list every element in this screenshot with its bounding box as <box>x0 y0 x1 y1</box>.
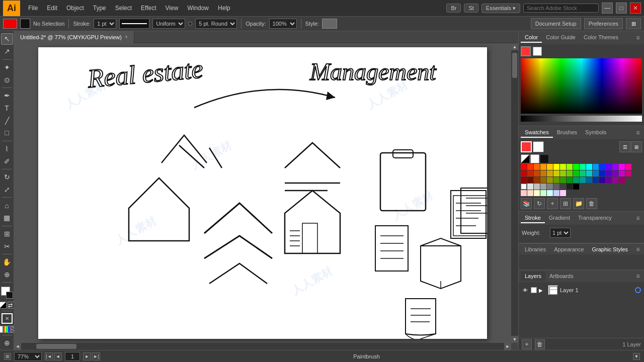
swatch-cell[interactable] <box>534 164 540 170</box>
artboards-tab[interactable]: Artboards <box>545 272 578 281</box>
swatch-cell[interactable] <box>553 164 559 170</box>
swatch-cell[interactable] <box>612 170 618 176</box>
line-tool[interactable]: ╱ <box>1 115 13 126</box>
swatch-cell[interactable] <box>547 190 553 196</box>
symbols-tab[interactable]: Symbols <box>581 128 610 138</box>
swap-colors-btn[interactable]: ⇄ <box>8 302 15 309</box>
scroll-left-btn[interactable]: ◄ <box>14 343 21 350</box>
swatch-cell[interactable] <box>547 184 553 190</box>
arrange-btn[interactable]: ⊞ <box>626 18 641 29</box>
swatch-cell[interactable] <box>567 184 573 190</box>
layer-expand-arrow[interactable]: ▶ <box>539 288 546 293</box>
swatch-cell[interactable] <box>527 184 533 190</box>
zoom-tool-bottom[interactable]: ⊕ <box>2 337 13 348</box>
swatch-cell[interactable] <box>593 177 599 183</box>
document-setup-btn[interactable]: Document Setup <box>531 18 581 29</box>
swatch-cell[interactable] <box>527 164 533 170</box>
layer-target-circle[interactable] <box>635 287 641 293</box>
layer-row-1[interactable]: 👁 ▶ Layer 1 <box>521 284 642 296</box>
swatch-cell[interactable] <box>560 177 566 183</box>
graphic-styles-tab[interactable]: Graphic Styles <box>588 245 632 253</box>
stroke-box[interactable] <box>6 292 13 299</box>
swatch-cell[interactable] <box>599 170 605 176</box>
rotate-tool[interactable]: ↻ <box>1 171 13 183</box>
swatch-cell[interactable] <box>521 177 527 183</box>
swatch-cell[interactable] <box>540 170 546 176</box>
maximize-btn[interactable]: □ <box>616 3 627 14</box>
brushes-tab[interactable]: Brushes <box>553 128 581 138</box>
swatch-cell[interactable] <box>560 190 566 196</box>
swatch-cell[interactable] <box>521 184 527 190</box>
swatch-cell[interactable] <box>619 170 625 176</box>
swatch-cell[interactable] <box>612 164 618 170</box>
minimize-btn[interactable]: — <box>602 3 613 14</box>
scroll-up-btn[interactable]: ▲ <box>511 43 518 50</box>
default-colors-btn[interactable] <box>0 302 7 309</box>
rect-tool[interactable]: □ <box>1 127 13 139</box>
delete-layer-btn[interactable]: 🗑 <box>535 339 545 349</box>
last-page-btn[interactable]: ►| <box>92 352 100 360</box>
canvas-v-scrollbar[interactable]: ▲ ▼ <box>511 43 518 343</box>
hand-tool[interactable]: ✋ <box>1 256 13 268</box>
swatch-menu-btn[interactable]: ⊞ <box>560 198 571 209</box>
menu-select[interactable]: Select <box>111 3 136 14</box>
brush-size-select[interactable]: 5 pt. Round <box>195 19 237 29</box>
swatch-cell[interactable] <box>580 164 586 170</box>
swatch-cell[interactable] <box>580 170 586 176</box>
swatch-cell[interactable] <box>625 170 631 176</box>
fg-color-swatch[interactable] <box>521 46 531 56</box>
swatch-cell[interactable] <box>593 164 599 170</box>
color-themes-tab[interactable]: Color Themes <box>580 33 622 43</box>
swatch-cell[interactable] <box>553 170 559 176</box>
scroll-down-btn[interactable]: ▼ <box>511 336 518 343</box>
none-color-swatch[interactable] <box>521 154 530 163</box>
toggle-btn[interactable]: ▼ <box>633 353 640 360</box>
fill-color-box[interactable] <box>3 19 17 29</box>
swatch-cell[interactable] <box>534 190 540 196</box>
direct-selection-tool[interactable]: ↗ <box>1 46 13 57</box>
swatch-cell[interactable] <box>527 190 533 196</box>
swatch-cell[interactable] <box>573 177 579 183</box>
swatch-cell[interactable] <box>540 190 546 196</box>
swatch-cell[interactable] <box>599 177 605 183</box>
scroll-track-v[interactable] <box>511 50 518 336</box>
swatch-cell[interactable] <box>521 164 527 170</box>
swatch-cell[interactable] <box>560 184 566 190</box>
swatch-cell[interactable] <box>521 190 527 196</box>
swatch-cell[interactable] <box>534 177 540 183</box>
color-panel-menu[interactable]: ≡ <box>634 34 642 42</box>
stroke-tab[interactable]: Stroke <box>521 213 545 223</box>
menu-file[interactable]: File <box>24 3 42 14</box>
menu-window[interactable]: Window <box>183 3 213 14</box>
swatch-cell[interactable] <box>553 184 559 190</box>
swatch-cell[interactable] <box>521 170 527 176</box>
white-swatch[interactable] <box>530 154 539 163</box>
scroll-thumb-v[interactable] <box>512 53 517 78</box>
stroke-color-box[interactable] <box>20 19 30 29</box>
menu-object[interactable]: Object <box>62 3 88 14</box>
type-tool[interactable]: T <box>1 103 13 114</box>
layer-visibility-eye[interactable]: 👁 <box>522 287 529 294</box>
swatch-cell[interactable] <box>567 164 573 170</box>
color-guide-tab[interactable]: Color Guide <box>542 33 580 43</box>
none-btn[interactable]: ✕ <box>2 313 13 324</box>
swatch-library-btn[interactable]: 📚 <box>521 198 532 209</box>
canvas-wrapper[interactable]: 人人素材 人人素材 人人素材 人人素材 人人素材 人人素材 Real estat… <box>14 43 511 343</box>
swatch-cell[interactable] <box>573 170 579 176</box>
stock-btn[interactable]: St <box>464 4 478 13</box>
swatch-cell[interactable] <box>612 177 618 183</box>
color-spectrum[interactable] <box>521 58 642 114</box>
gradient-tab[interactable]: Gradient <box>545 213 574 223</box>
stroke-panel-menu[interactable]: ≡ <box>634 214 642 222</box>
swatch-cell[interactable] <box>553 190 559 196</box>
swatch-folder-btn[interactable]: 📁 <box>573 198 584 209</box>
zoom-level-select[interactable]: 77% 50% 100% 150% 200% <box>14 352 42 361</box>
libraries-tab[interactable]: Libraries <box>521 245 550 253</box>
close-btn[interactable]: ✕ <box>630 3 641 14</box>
menu-view[interactable]: View <box>162 3 183 14</box>
scroll-track-h[interactable] <box>21 343 504 350</box>
menu-effect[interactable]: Effect <box>137 3 160 14</box>
doc-tab-close-btn[interactable]: × <box>125 34 128 40</box>
artboard[interactable]: 人人素材 人人素材 人人素材 人人素材 人人素材 人人素材 Real estat… <box>38 47 487 339</box>
paintbrush-tool[interactable]: ⌇ <box>1 143 13 155</box>
